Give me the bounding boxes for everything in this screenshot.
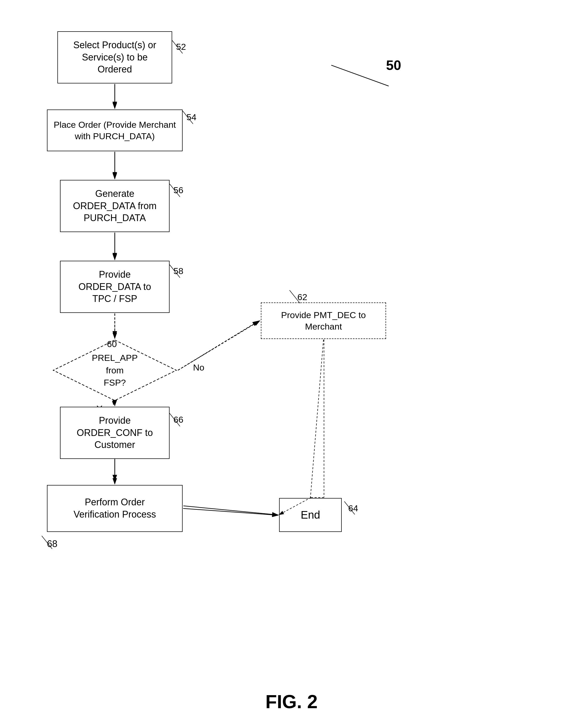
diagram-container: Select Product(s) or Service(s) to be Or… (26, 16, 548, 707)
svg-line-36 (178, 321, 260, 370)
main-flow-arrows (26, 16, 417, 589)
svg-line-35 (183, 509, 278, 515)
figure-caption: FIG. 2 (265, 691, 318, 712)
svg-line-40 (279, 497, 311, 515)
